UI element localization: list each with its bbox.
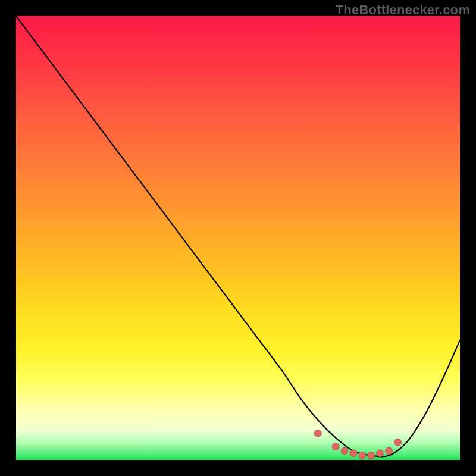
valley-marker (350, 450, 357, 457)
valley-marker (359, 452, 366, 459)
plot-area (16, 16, 460, 460)
valley-marker (368, 452, 375, 459)
valley-marker (386, 447, 393, 455)
chart-frame: TheBottlenecker.com (0, 0, 476, 476)
valley-marker (341, 447, 348, 455)
valley-marker (314, 430, 321, 437)
valley-marker (377, 450, 384, 457)
curve-svg (16, 16, 460, 460)
marker-group (314, 430, 401, 459)
bottleneck-curve (16, 16, 460, 457)
valley-marker (332, 443, 339, 450)
valley-marker (394, 439, 402, 446)
